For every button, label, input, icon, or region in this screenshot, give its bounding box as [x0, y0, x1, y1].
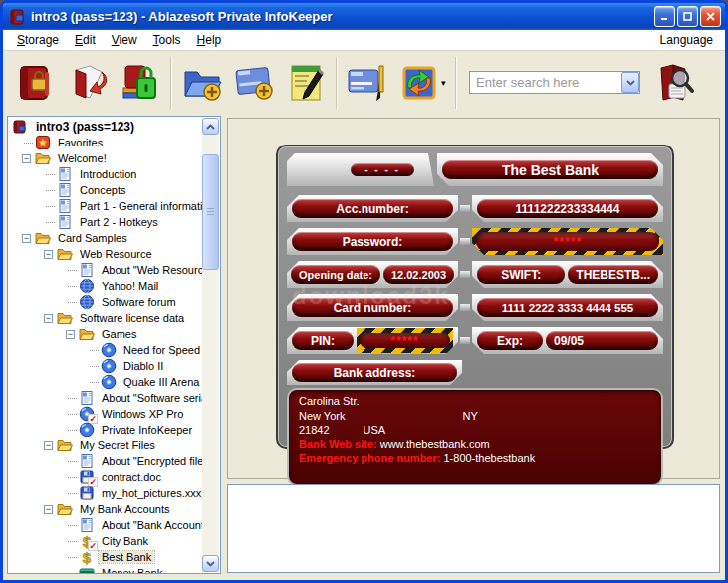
- close-storage-button[interactable]: [63, 56, 115, 110]
- tree-item-about-software-serials[interactable]: About "Software serials": [9, 390, 202, 406]
- search-dropdown-button[interactable]: [621, 72, 639, 93]
- dollar-icon: $: [79, 549, 95, 565]
- header-deco-plate: - - - -: [287, 153, 434, 186]
- opening-date-value[interactable]: 12.02.2003: [383, 265, 454, 284]
- tree-item-about-bank-account-c[interactable]: About "Bank Account" C: [9, 517, 202, 533]
- title-bar: intro3 (pass=123) - Ablazesoft Private I…: [3, 3, 725, 30]
- tree-item-windows-xp-pro[interactable]: ✓Windows XP Pro: [9, 406, 202, 422]
- scroll-down-button[interactable]: [202, 555, 219, 572]
- pin-plate: PIN: *****: [287, 327, 458, 354]
- tree-connector: [68, 557, 77, 558]
- folder-icon: [57, 310, 73, 326]
- tree-item-best-bank[interactable]: $Best Bank: [9, 549, 202, 565]
- expander-minus-icon[interactable]: −: [44, 250, 53, 259]
- tree-item-label: Private InfoKeeper: [99, 424, 195, 436]
- tree-connector: [68, 414, 77, 415]
- maximize-button[interactable]: [677, 6, 698, 27]
- tree-item-introduction[interactable]: Introduction: [9, 166, 202, 182]
- tree-item-concepts[interactable]: Concepts: [9, 182, 202, 198]
- menu-language[interactable]: Language: [654, 31, 719, 49]
- open-storage-button[interactable]: [11, 56, 63, 110]
- swift-value[interactable]: THEBESTB...: [568, 265, 658, 284]
- tree-connector: [46, 222, 55, 223]
- menu-edit[interactable]: Edit: [67, 31, 104, 49]
- menu-help[interactable]: Help: [189, 31, 230, 49]
- tree-item-label: Software forum: [99, 296, 179, 308]
- tree-item-card-samples[interactable]: −Card Samples: [9, 230, 202, 246]
- tree-connector: [90, 350, 99, 351]
- search-input[interactable]: [470, 75, 621, 90]
- menu-tools[interactable]: Tools: [145, 31, 189, 49]
- edit-card-button[interactable]: [342, 56, 393, 110]
- tree-item-label: Software license data: [77, 312, 187, 324]
- lock-storage-button[interactable]: [115, 56, 166, 110]
- tree-item-yahoo-mail[interactable]: Yahoo! Mail: [9, 278, 202, 294]
- exp-value[interactable]: 09/05: [546, 331, 658, 350]
- acc-number-value[interactable]: 1111222233334444: [477, 199, 658, 218]
- tree-scrollbar[interactable]: [202, 118, 219, 572]
- menu-view[interactable]: View: [104, 31, 145, 49]
- tree-item-quake-iii-arena[interactable]: Quake III Arena: [9, 374, 202, 390]
- tree-item-label: About "Web Resources": [99, 264, 202, 276]
- tree-item-my-hot-pictures-xxx[interactable]: my_hot_pictures.xxx: [9, 485, 202, 501]
- card-number-value[interactable]: 1111 2222 3333 4444 555: [477, 298, 658, 317]
- menu-storage[interactable]: Storage: [9, 31, 67, 49]
- tree-item-about-encrypted-file-o[interactable]: About "Encrypted file" o: [9, 453, 202, 469]
- tree-item-part-2-hotkeys[interactable]: Part 2 - Hotkeys: [9, 214, 202, 230]
- sync-button[interactable]: [393, 56, 445, 110]
- tree-item-intro3-pass-123[interactable]: intro3 (pass=123): [9, 119, 202, 135]
- connector: [460, 238, 470, 245]
- tree-item-label: Best Bank: [99, 551, 154, 563]
- edit-note-button[interactable]: [280, 56, 332, 110]
- swift-label: SWIFT:: [477, 265, 565, 284]
- tree-item-my-bank-accounts[interactable]: −My Bank Accounts: [9, 501, 202, 517]
- tree-item-private-infokeeper[interactable]: Private InfoKeeper: [9, 422, 202, 437]
- tree-item-welcome[interactable]: −Welcome!: [9, 150, 202, 166]
- add-card-button[interactable]: [228, 56, 280, 110]
- address-country: USA: [364, 424, 386, 436]
- tree-item-label: Part 2 - Hotkeys: [77, 216, 161, 228]
- tree-item-software-forum[interactable]: Software forum: [9, 294, 202, 310]
- tree-item-contract-doc[interactable]: ✓contract.doc: [9, 469, 202, 485]
- folder-icon: [79, 326, 95, 342]
- tree-item-part-1-general-information[interactable]: Part 1 - General information: [9, 198, 202, 214]
- bank-address-box[interactable]: Carolina Str. New YorkNY 21842USA Bank W…: [287, 388, 663, 486]
- password-value[interactable]: *****: [476, 232, 659, 251]
- tree-item-my-secret-files[interactable]: −My Secret Files: [9, 437, 202, 453]
- cd-icon: ✓: [79, 406, 95, 422]
- add-folder-button[interactable]: [176, 56, 228, 110]
- tree-item-label: Yahoo! Mail: [99, 280, 161, 292]
- close-button[interactable]: [700, 6, 721, 27]
- expander-minus-icon[interactable]: −: [44, 505, 53, 514]
- tree-item-need-for-speed[interactable]: Need for Speed: [9, 342, 202, 358]
- address-state: NY: [462, 410, 477, 422]
- connector: [460, 337, 470, 344]
- expander-minus-icon[interactable]: −: [22, 154, 31, 163]
- tree-item-web-resource[interactable]: −Web Resource: [9, 246, 202, 262]
- tree-item-label: intro3 (pass=123): [33, 120, 137, 134]
- menu-bar: StorageEditViewToolsHelp Language: [3, 30, 725, 51]
- tree-connector: [68, 430, 77, 431]
- expander-minus-icon[interactable]: −: [44, 441, 53, 450]
- expander-minus-icon[interactable]: −: [22, 234, 31, 243]
- address-zip-line: 21842USA: [299, 423, 651, 437]
- tree-item-label: my_hot_pictures.xxx: [99, 487, 202, 499]
- tree-item-diablo-ii[interactable]: Diablo II: [9, 358, 202, 374]
- opening-swift-row: Opening date: 12.02.2003 SWIFT: THEBESTB…: [287, 261, 663, 288]
- minimize-button[interactable]: [654, 6, 675, 27]
- tree-item-software-license-data[interactable]: −Software license data: [9, 310, 202, 326]
- tree-item-favorites[interactable]: Favorites: [9, 135, 202, 150]
- search-button[interactable]: [648, 56, 700, 110]
- tree-item-money-bank[interactable]: Money Bank: [9, 565, 202, 573]
- scroll-thumb[interactable]: [202, 154, 219, 270]
- sync-dropdown-arrow[interactable]: ▾: [441, 78, 451, 88]
- pin-value[interactable]: *****: [360, 333, 450, 348]
- expander-minus-icon[interactable]: −: [44, 314, 53, 323]
- scroll-up-button[interactable]: [202, 118, 219, 135]
- tree-item-games[interactable]: −Games: [9, 326, 202, 342]
- notes-panel[interactable]: [227, 484, 720, 573]
- tree-item-city-bank[interactable]: $✓City Bank: [9, 533, 202, 549]
- expander-minus-icon[interactable]: −: [66, 330, 75, 339]
- tree-item-about-web-resources[interactable]: About "Web Resources": [9, 262, 202, 278]
- cd-icon: [101, 374, 117, 390]
